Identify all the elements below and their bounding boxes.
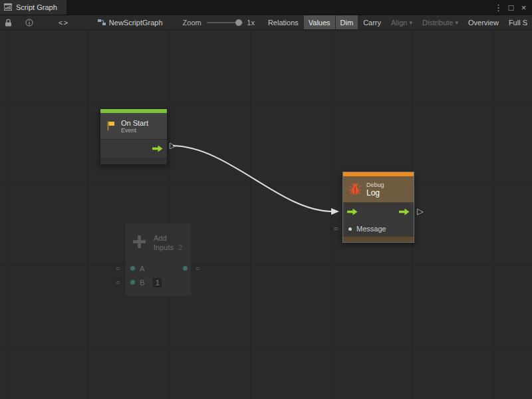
carry-button[interactable]: Carry bbox=[358, 15, 386, 29]
chevron-down-icon: ▾ bbox=[456, 19, 459, 26]
port-a-connect-circle-icon[interactable]: ○ bbox=[116, 265, 120, 272]
on-start-output-triangle-icon[interactable]: ▷ bbox=[170, 141, 176, 150]
align-label: Align bbox=[391, 19, 407, 27]
titlebar: Script Graph ⋮ □ × bbox=[0, 0, 532, 15]
message-port-dot[interactable] bbox=[348, 227, 352, 231]
tab-script-graph[interactable]: Script Graph bbox=[0, 0, 66, 15]
debug-log-category: Debug bbox=[366, 182, 384, 188]
zoom-slider[interactable] bbox=[207, 19, 243, 27]
align-button[interactable]: Align ▾ bbox=[386, 15, 417, 29]
graph-name: NewScriptGraph bbox=[109, 19, 163, 27]
port-row-b: B 1 bbox=[126, 275, 191, 289]
port-a-label: A bbox=[140, 265, 144, 273]
add-inputs-title-line1: Add bbox=[154, 233, 182, 243]
distribute-label: Distribute bbox=[422, 19, 453, 27]
node-debug-log[interactable]: Debug Log Message bbox=[342, 172, 414, 243]
node-add-inputs-ghost[interactable]: Add Inputs2 A B 1 bbox=[125, 223, 192, 297]
wire-arrowhead-icon bbox=[331, 208, 339, 215]
on-start-title: On Start bbox=[121, 119, 148, 127]
graph-breadcrumb[interactable]: NewScriptGraph bbox=[98, 18, 163, 27]
on-start-header: On Start Event bbox=[100, 113, 167, 140]
value-output-dot[interactable] bbox=[183, 266, 188, 271]
window-controls: ⋮ □ × bbox=[493, 0, 532, 15]
graph-canvas[interactable]: On Start Event ▷ bbox=[0, 30, 532, 399]
debug-log-header: Debug Log bbox=[343, 176, 414, 203]
script-graph-icon bbox=[4, 3, 12, 12]
message-port-label: Message bbox=[356, 225, 386, 233]
value-port-a-dot[interactable] bbox=[130, 266, 135, 271]
maximize-icon[interactable]: □ bbox=[506, 3, 516, 12]
zoom-label: Zoom bbox=[183, 19, 201, 27]
output-connect-circle-icon[interactable]: ○ bbox=[196, 265, 200, 272]
graph-icon bbox=[98, 18, 106, 27]
dim-button[interactable]: Dim bbox=[336, 15, 358, 29]
connection-wire-layer bbox=[0, 30, 532, 399]
add-inputs-header: Add Inputs2 bbox=[126, 223, 191, 261]
add-inputs-title-line2: Inputs bbox=[154, 243, 174, 251]
port-b-value-field[interactable]: 1 bbox=[153, 278, 162, 287]
plus-icon bbox=[131, 233, 148, 251]
debug-log-output-triangle-icon[interactable]: ▷ bbox=[417, 207, 424, 215]
port-b-label: B bbox=[140, 279, 144, 287]
code-icon[interactable]: <> bbox=[56, 15, 71, 29]
script-graph-window: Script Graph ⋮ □ × <> NewScriptGraph Zoo… bbox=[0, 0, 532, 399]
on-start-subtitle: Event bbox=[121, 127, 148, 134]
bug-icon bbox=[348, 182, 362, 197]
flow-output-port[interactable] bbox=[399, 208, 410, 217]
graph-toolbar: <> NewScriptGraph Zoom 1x Relations Valu… bbox=[0, 15, 532, 30]
distribute-button[interactable]: Distribute ▾ bbox=[418, 15, 463, 29]
flag-icon bbox=[106, 120, 116, 132]
debug-log-flow-row bbox=[343, 203, 414, 221]
debug-log-title: Log bbox=[366, 188, 384, 198]
fullscreen-button[interactable]: Full S bbox=[504, 15, 532, 29]
flow-output-port[interactable] bbox=[152, 145, 163, 154]
zoom-slider-knob[interactable] bbox=[235, 19, 242, 26]
toolbar-button-group: Relations Values Dim Carry Align ▾ Distr… bbox=[263, 15, 532, 29]
close-icon[interactable]: × bbox=[519, 3, 529, 12]
add-inputs-count: 2 bbox=[178, 243, 182, 251]
value-port-b-dot[interactable] bbox=[130, 280, 135, 285]
on-start-flow-row bbox=[100, 140, 167, 158]
message-port-row: Message bbox=[343, 221, 414, 236]
port-b-connect-circle-icon[interactable]: ○ bbox=[116, 279, 120, 286]
info-icon[interactable] bbox=[23, 15, 36, 29]
message-input-circle-icon[interactable]: ○ bbox=[334, 225, 338, 232]
tab-title: Script Graph bbox=[16, 3, 57, 11]
wire-onstart-to-log[interactable] bbox=[173, 146, 332, 211]
debug-log-footer bbox=[343, 236, 414, 242]
lock-icon[interactable] bbox=[2, 15, 15, 29]
relations-button[interactable]: Relations bbox=[263, 15, 303, 29]
menu-icon[interactable]: ⋮ bbox=[493, 3, 503, 12]
overview-button[interactable]: Overview bbox=[464, 15, 503, 29]
port-row-a: A bbox=[126, 261, 191, 275]
values-button[interactable]: Values bbox=[304, 15, 335, 29]
add-inputs-footer bbox=[126, 289, 191, 296]
chevron-down-icon: ▾ bbox=[410, 19, 413, 26]
on-start-footer bbox=[100, 158, 167, 164]
flow-input-port[interactable] bbox=[347, 208, 358, 217]
node-on-start[interactable]: On Start Event bbox=[100, 108, 168, 165]
zoom-value: 1x bbox=[247, 19, 255, 27]
